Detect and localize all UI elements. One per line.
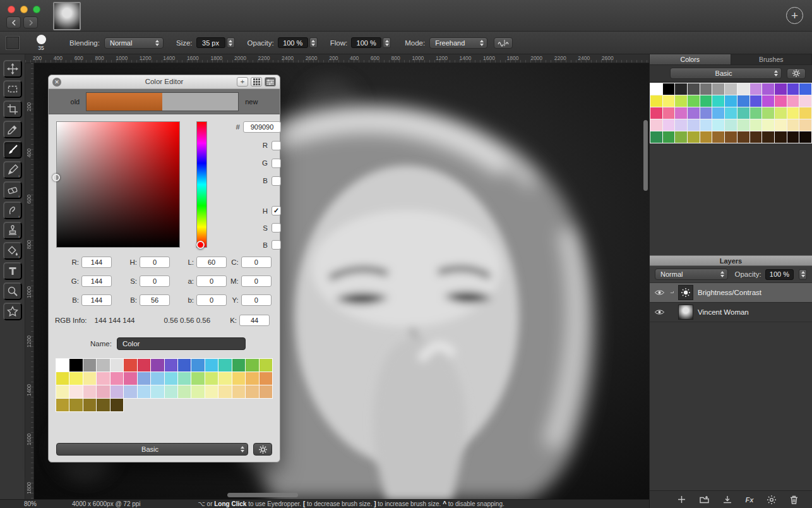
color-swatch[interactable] bbox=[260, 385, 272, 398]
color-swatch[interactable] bbox=[69, 399, 82, 411]
color-swatch[interactable] bbox=[260, 372, 272, 385]
color-swatch[interactable] bbox=[675, 119, 687, 131]
palette-settings-button[interactable] bbox=[253, 443, 272, 456]
vertical-ruler[interactable]: 20040060080010001200140016001800 bbox=[25, 63, 34, 499]
m-field[interactable]: 0 bbox=[241, 275, 272, 287]
color-swatch[interactable] bbox=[97, 372, 109, 385]
color-swatch[interactable] bbox=[700, 131, 712, 143]
eraser-tool-button[interactable] bbox=[3, 181, 22, 199]
g-field[interactable]: 144 bbox=[81, 275, 112, 287]
color-swatch[interactable] bbox=[205, 385, 218, 398]
color-swatch[interactable] bbox=[737, 95, 749, 107]
color-swatch[interactable] bbox=[725, 95, 737, 107]
color-swatch[interactable] bbox=[56, 385, 69, 398]
adjustment-layer-thumbnail[interactable] bbox=[678, 285, 693, 300]
zoom-tool-button[interactable] bbox=[3, 282, 22, 300]
layer-opacity-stepper[interactable] bbox=[799, 269, 807, 280]
smudge-tool-button[interactable] bbox=[3, 202, 22, 219]
y-field[interactable]: 0 bbox=[241, 294, 272, 306]
color-swatch[interactable] bbox=[725, 107, 737, 119]
color-swatch[interactable] bbox=[650, 95, 662, 107]
add-color-button[interactable]: + bbox=[237, 77, 248, 87]
sliders-view-button[interactable] bbox=[265, 77, 276, 87]
color-swatch[interactable] bbox=[775, 131, 787, 143]
color-swatch[interactable] bbox=[799, 131, 811, 143]
paint-brush-tool-button[interactable] bbox=[3, 141, 22, 159]
g-checkbox[interactable] bbox=[272, 159, 281, 168]
color-editor-titlebar[interactable]: ✕ Color Editor + bbox=[49, 75, 280, 89]
fill-tool-button[interactable] bbox=[3, 242, 22, 260]
palette-preset-dropdown[interactable]: Basic bbox=[56, 443, 248, 456]
color-swatch[interactable] bbox=[700, 119, 712, 131]
color-swatch[interactable] bbox=[97, 359, 109, 372]
color-swatch[interactable] bbox=[138, 372, 150, 385]
color-swatch[interactable] bbox=[110, 359, 123, 372]
color-swatch[interactable] bbox=[762, 83, 774, 95]
color-swatch[interactable] bbox=[83, 372, 96, 385]
eyedropper-tool-button[interactable] bbox=[3, 121, 22, 138]
brush-preview[interactable]: 35 bbox=[34, 35, 48, 51]
hue-slider[interactable] bbox=[196, 121, 207, 248]
color-swatch[interactable] bbox=[246, 372, 258, 385]
b2-field[interactable]: 56 bbox=[140, 294, 170, 306]
color-swatch[interactable] bbox=[178, 385, 191, 398]
k-field[interactable]: 44 bbox=[239, 315, 270, 326]
size-field[interactable]: 35 px bbox=[196, 37, 225, 48]
color-swatch[interactable] bbox=[750, 131, 762, 143]
color-swatch[interactable] bbox=[246, 385, 258, 398]
color-swatch[interactable] bbox=[799, 107, 811, 119]
color-swatch[interactable] bbox=[232, 359, 245, 372]
color-swatch[interactable] bbox=[218, 372, 231, 385]
color-swatch[interactable] bbox=[69, 372, 82, 385]
color-swatch[interactable] bbox=[69, 359, 82, 372]
color-swatch[interactable] bbox=[725, 131, 737, 143]
forward-button[interactable] bbox=[23, 16, 38, 28]
color-swatch[interactable] bbox=[260, 359, 272, 372]
color-swatch[interactable] bbox=[110, 372, 123, 385]
layer-blend-dropdown[interactable]: Normal bbox=[655, 269, 728, 280]
color-swatch[interactable] bbox=[688, 107, 700, 119]
color-name-input[interactable]: Color bbox=[117, 337, 246, 350]
colors-settings-button[interactable] bbox=[787, 68, 806, 79]
color-swatch[interactable] bbox=[663, 119, 675, 131]
r-checkbox[interactable] bbox=[272, 141, 281, 150]
close-panel-button[interactable]: ✕ bbox=[52, 78, 61, 87]
pencil-tool-button[interactable] bbox=[3, 161, 22, 179]
new-color-swatch[interactable] bbox=[162, 93, 238, 111]
horizontal-scrollbar[interactable] bbox=[227, 493, 298, 497]
minimize-window-button[interactable] bbox=[20, 6, 28, 13]
opacity-field[interactable]: 100 % bbox=[278, 37, 308, 48]
color-swatch[interactable] bbox=[787, 107, 799, 119]
color-swatch[interactable] bbox=[688, 83, 700, 95]
color-swatch[interactable] bbox=[725, 119, 737, 131]
color-swatch[interactable] bbox=[725, 83, 737, 95]
color-swatch[interactable] bbox=[688, 131, 700, 143]
color-swatch[interactable] bbox=[650, 107, 662, 119]
crop-tool-button[interactable] bbox=[3, 100, 22, 118]
layer-opacity-field[interactable]: 100 % bbox=[765, 269, 794, 280]
s-checkbox[interactable] bbox=[272, 223, 281, 233]
color-swatch[interactable] bbox=[675, 131, 687, 143]
current-color-well[interactable] bbox=[6, 37, 19, 49]
color-swatch[interactable] bbox=[775, 95, 787, 107]
c-field[interactable]: 0 bbox=[241, 257, 272, 268]
vertical-scrollbar[interactable] bbox=[643, 120, 648, 191]
close-window-button[interactable] bbox=[8, 6, 15, 13]
opacity-stepper[interactable] bbox=[309, 37, 318, 48]
color-swatch[interactable] bbox=[650, 83, 662, 95]
color-swatch[interactable] bbox=[663, 95, 675, 107]
color-swatch[interactable] bbox=[700, 83, 712, 95]
color-swatch[interactable] bbox=[787, 119, 799, 131]
color-swatch[interactable] bbox=[712, 95, 724, 107]
layer-visibility-toggle[interactable] bbox=[655, 306, 664, 318]
color-swatch[interactable] bbox=[218, 359, 231, 372]
color-swatch[interactable] bbox=[138, 359, 150, 372]
color-swatch[interactable] bbox=[762, 95, 774, 107]
clone-stamp-tool-button[interactable] bbox=[3, 222, 22, 239]
old-color-swatch[interactable] bbox=[87, 93, 162, 111]
saturation-brightness-picker[interactable] bbox=[56, 121, 180, 248]
layer-visibility-toggle[interactable] bbox=[655, 287, 664, 298]
color-swatch[interactable] bbox=[787, 83, 799, 95]
blending-dropdown[interactable]: Normal bbox=[104, 37, 164, 49]
back-button[interactable] bbox=[6, 16, 21, 28]
